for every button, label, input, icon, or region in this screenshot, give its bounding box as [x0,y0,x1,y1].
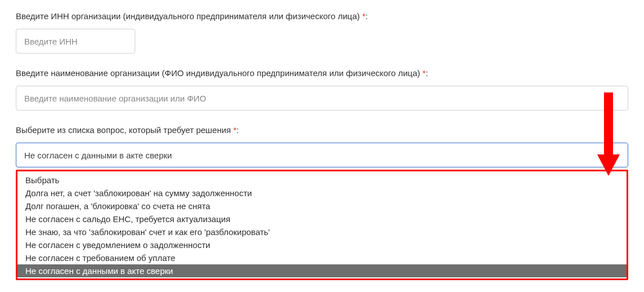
question-option[interactable]: Не согласен с требованием об уплате [17,251,627,264]
question-label: Выберите из списка вопрос, который требу… [16,125,628,135]
question-field: Выберите из списка вопрос, который требу… [16,125,628,280]
question-select[interactable]: Не согласен с данными в акте сверки ↓ [16,143,628,167]
question-option[interactable]: Долга нет, а счет 'заблокирован' на сумм… [17,187,627,200]
question-option[interactable]: Не согласен с уведомлением о задолженнос… [17,238,627,251]
org-name-field: Введите наименование организации (ФИО ин… [16,68,628,110]
chevron-down-icon: ↓ [615,151,620,160]
question-option[interactable]: Не знаю, за что 'заблокирован' счет и ка… [17,225,627,238]
inn-label: Введите ИНН организации (индивидуального… [16,11,628,21]
inn-label-text: Введите ИНН организации (индивидуального… [16,11,360,21]
question-option[interactable]: Выбрать [17,174,627,187]
question-dropdown: Выбрать Долга нет, а счет 'заблокирован'… [16,170,628,280]
question-label-text: Выберите из списка вопрос, который требу… [16,125,231,135]
inn-field: Введите ИНН организации (индивидуального… [16,11,628,54]
question-selected-value: Не согласен с данными в акте сверки [24,151,172,160]
label-colon: : [237,125,239,135]
label-colon: : [366,11,368,21]
org-name-input[interactable] [16,86,628,110]
question-option-selected[interactable]: Не согласен с данными в акте сверки [17,264,627,277]
label-colon: : [426,68,428,78]
org-name-label-text: Введите наименование организации (ФИО ин… [16,68,420,78]
org-name-label: Введите наименование организации (ФИО ин… [16,68,628,78]
inn-input[interactable] [16,29,135,54]
question-option[interactable]: Не согласен с сальдо ЕНС, требуется акту… [17,213,627,225]
question-option[interactable]: Долг погашен, а 'блокировка' со счета не… [17,200,627,213]
